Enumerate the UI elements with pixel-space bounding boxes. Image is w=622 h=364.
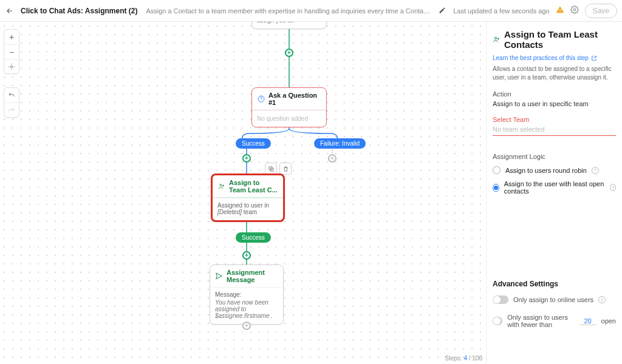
gear-icon[interactable] [570,5,579,16]
node-assign-team[interactable]: Assign to Team Least C... Assigned to us… [211,174,285,222]
message-label: Message: [215,291,278,298]
save-button[interactable]: Save [585,4,617,18]
learn-more-link[interactable]: Learn the best practices of this step [493,55,597,61]
radio-least-contacts[interactable]: Assign to the user with least open conta… [493,180,616,195]
select-team-field[interactable]: No team selected [493,126,616,136]
add-step-end[interactable]: + [242,322,251,330]
svg-point-5 [220,184,222,186]
radio-icon [493,166,501,174]
back-icon[interactable] [5,6,15,16]
node-prior-message[interactable]: assign you to. [251,22,327,29]
message-text: You have now been assigned to $assignee.… [215,299,278,319]
panel-assign-icon [493,36,501,44]
branch-failure[interactable]: Failure: Invalid [314,138,366,149]
question-icon [257,95,265,103]
action-label: Action [493,90,616,98]
node-ask-question[interactable]: Ask a Question #1 No question added [251,87,327,127]
add-step-after-assign[interactable]: + [242,251,251,260]
details-panel: Assign to Team Least Contacts Learn the … [486,22,622,364]
add-step-button[interactable]: + [285,49,293,57]
action-value: Assign to a user in specific team [493,100,616,107]
workflow-canvas[interactable]: + − [0,22,486,364]
help-icon[interactable]: ? [598,296,606,303]
toggle-online-users[interactable] [493,295,508,304]
message-icon [215,272,223,280]
workflow-desc: Assign a Contact to a team member with e… [146,7,432,15]
steps-counter: Steps: 4 / 100 [445,355,482,362]
question-body: No question added [252,110,326,127]
svg-point-6 [494,37,496,39]
assign-title: Assign to Team Least C... [229,179,278,194]
external-link-icon [591,55,597,61]
radio-round-robin[interactable]: Assign to users round robin ? [493,166,616,174]
node-assignment-message[interactable]: Assignment Message Message: You have now… [210,265,284,325]
advanced-settings-title: Advanced Settings [493,280,616,288]
warning-icon[interactable] [556,5,564,16]
delete-button[interactable] [279,163,292,175]
question-title: Ask a Question #1 [268,92,321,106]
workflow-title: Click to Chat Ads: Assignment (2) [21,7,137,15]
last-updated: Last updated a few seconds ago [453,7,549,15]
help-icon[interactable]: ? [592,167,599,174]
svg-point-0 [573,8,576,11]
add-step-failure[interactable]: + [328,154,337,163]
add-step-success[interactable]: + [242,154,251,163]
help-icon[interactable]: ? [610,184,616,191]
prior-message-text: assign you to. [257,22,295,24]
assign-body: Assigned to user in [Deleted] team [213,198,283,220]
panel-title: Assign to Team Least Contacts [504,29,616,50]
duplicate-button[interactable] [265,163,277,175]
toggle-fewer-than[interactable] [493,317,502,325]
panel-desc: Allows a contact to be assigned to a spe… [493,65,616,82]
assignment-logic-label: Assignment Logic [493,153,616,160]
edit-icon[interactable] [439,7,447,15]
message-title: Assignment Message [227,269,278,283]
assign-icon [217,183,225,190]
fewer-than-input[interactable] [579,317,596,325]
branch-success-2[interactable]: Success [236,232,271,243]
radio-icon-selected [493,184,499,192]
select-team-label: Select Team [493,116,616,123]
branch-success[interactable]: Success [236,138,271,149]
